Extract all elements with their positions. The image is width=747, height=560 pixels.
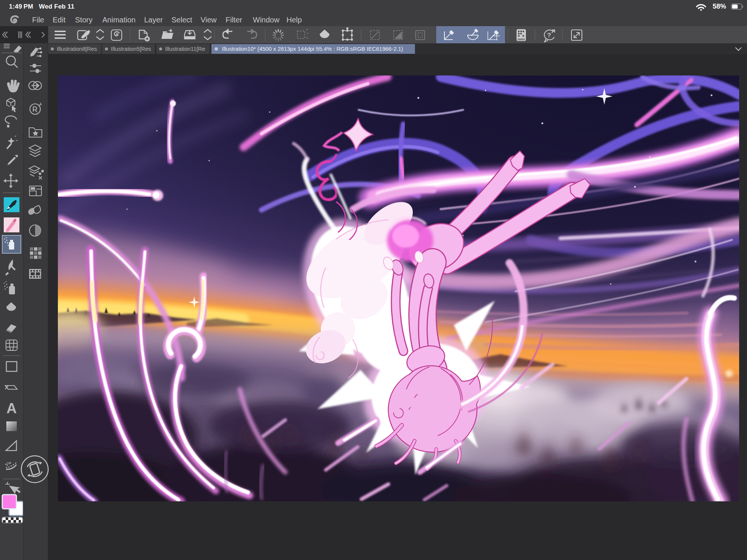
svg-text:?: ? [547,32,551,39]
svg-text:A: A [6,400,16,416]
